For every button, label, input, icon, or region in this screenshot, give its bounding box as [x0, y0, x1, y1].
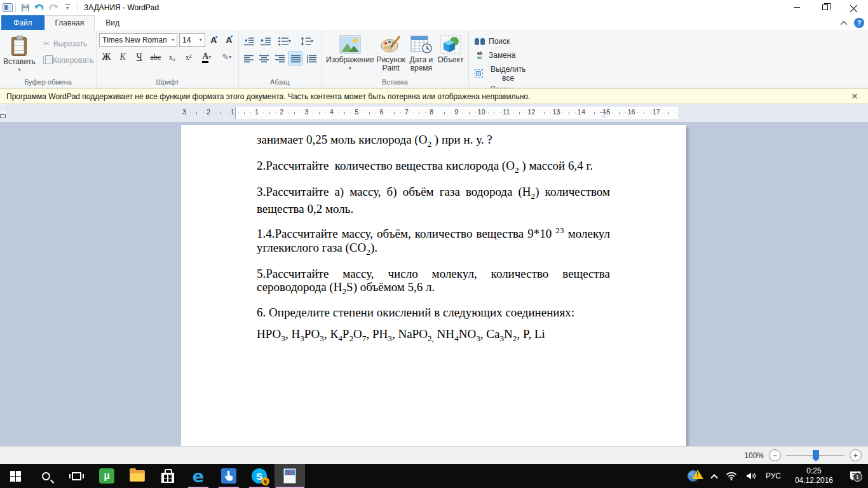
taskbar-search-button[interactable]	[31, 464, 61, 488]
ruler-tick	[663, 112, 663, 113]
replace-button[interactable]: abac Замена	[471, 50, 533, 61]
italic-button[interactable]: К	[116, 50, 130, 64]
find-button[interactable]: Поиск	[471, 36, 533, 47]
subscript-button[interactable]: x₂	[165, 50, 179, 64]
close-button[interactable]	[839, 0, 868, 15]
close-icon	[850, 4, 857, 11]
bold-button[interactable]: Ж	[99, 50, 114, 64]
ruler-number: 6	[379, 108, 383, 116]
calendar-clock-icon	[410, 35, 432, 54]
ruler-tick	[463, 112, 463, 113]
task-view-button[interactable]	[61, 464, 92, 488]
decrease-indent-button[interactable]	[241, 34, 257, 48]
align-center-button[interactable]	[257, 51, 272, 65]
paragraph: 5.Рассчитайте массу, число молекул, коли…	[257, 267, 610, 298]
window-title: ЗАДАНИЯ - WordPad	[84, 3, 159, 12]
insert-object-button[interactable]: Объект	[437, 32, 465, 77]
customize-quick-access-button[interactable]: ▾	[60, 1, 74, 14]
copy-button[interactable]: Копировать	[40, 54, 97, 67]
network-button[interactable]	[721, 464, 742, 488]
start-button[interactable]	[0, 464, 31, 488]
font-family-select[interactable]: Times New Roman ▾	[99, 33, 177, 47]
select-all-label: Выделить все	[487, 65, 530, 83]
warning-text: Программа WordPad поддерживает не все фу…	[6, 92, 848, 101]
insert-paint-drawing-button[interactable]: Рисунок Paint	[376, 32, 406, 77]
tray-update-warning-button[interactable]	[683, 464, 707, 488]
tab-home[interactable]: Главная	[44, 15, 95, 30]
select-all-button[interactable]: Выделить все	[471, 64, 533, 84]
ruler-tick	[644, 112, 644, 114]
shrink-font-button[interactable]: A▼	[222, 33, 236, 47]
taskbar-edge-button[interactable]: e	[183, 464, 214, 488]
language-indicator[interactable]: РУС	[761, 464, 785, 488]
justify-button[interactable]	[288, 51, 303, 65]
zoom-slider-thumb[interactable]	[813, 450, 819, 459]
minimize-button[interactable]	[782, 0, 811, 15]
text-highlight-button[interactable]: ✎ ▾	[217, 50, 236, 64]
align-center-icon	[259, 55, 269, 63]
font-color-button[interactable]: А ▾	[198, 50, 216, 64]
superscript-button[interactable]: x²	[181, 50, 196, 64]
taskbar-utorrent-button[interactable]: µ	[92, 464, 122, 488]
replace-label: Замена	[489, 51, 515, 60]
zoom-out-button[interactable]: −	[769, 449, 781, 461]
ruler: 321 1234567891011121314151617	[0, 104, 868, 122]
tab-file[interactable]: Файл	[1, 15, 44, 30]
taskbar-touch-app-button[interactable]	[214, 464, 244, 488]
cut-button[interactable]: ✂ Вырезать	[40, 37, 97, 50]
zoom-in-button[interactable]: +	[850, 449, 862, 461]
ruler-tick	[325, 112, 326, 113]
increase-indent-button[interactable]	[258, 34, 273, 48]
show-hidden-icons-button[interactable]	[707, 464, 721, 488]
ribbon: Вставить ▾ ✂ Вырезать Копировать Буфер о…	[0, 30, 868, 88]
warning-close-button[interactable]: ✕	[848, 92, 862, 101]
font-size-select[interactable]: 14 ▾	[179, 33, 205, 47]
zoom-level: 100%	[744, 451, 764, 460]
grow-font-button[interactable]: A▲	[207, 33, 220, 47]
paragraph-settings-button[interactable]	[304, 51, 318, 65]
chevron-down-icon: ▾	[311, 39, 313, 44]
volume-button[interactable]	[742, 464, 761, 488]
document-page[interactable]: занимает 0,25 моль кислорода (О2 ) при н…	[181, 125, 686, 446]
collapse-ribbon-button[interactable]	[843, 20, 848, 25]
indent-marker[interactable]	[0, 104, 7, 119]
undo-button[interactable]	[32, 1, 46, 14]
highlighter-icon: ✎	[222, 52, 229, 62]
document-text[interactable]: занимает 0,25 моль кислорода (О2 ) при н…	[181, 125, 686, 345]
underline-button[interactable]: Ч	[132, 50, 147, 64]
align-right-button[interactable]	[273, 51, 287, 65]
action-center-button[interactable]: 1	[843, 464, 868, 488]
tab-view[interactable]: Вид	[95, 15, 130, 30]
save-button[interactable]	[18, 1, 32, 14]
ruler-tick	[588, 112, 588, 113]
wordpad-icon	[283, 468, 296, 484]
insert-image-button[interactable]: Изображение ▾	[325, 32, 375, 77]
paste-button[interactable]: Вставить ▾	[3, 32, 36, 77]
strikethrough-button[interactable]: abc	[148, 50, 163, 64]
line-spacing-button[interactable]: ▾	[296, 34, 318, 48]
find-label: Поиск	[489, 37, 510, 46]
group-insert: Изображение ▾ Рисунок Paint Дата и время…	[322, 30, 469, 88]
bullets-button[interactable]: ▾	[275, 34, 295, 48]
wordpad-app-icon[interactable]	[3, 3, 13, 12]
insert-datetime-button[interactable]: Дата и время	[407, 32, 435, 77]
ruler-tick	[613, 112, 613, 113]
ruler-tick	[400, 112, 401, 113]
object-cube-icon	[440, 35, 461, 54]
ruler-tick	[438, 112, 438, 113]
font-size-value: 14	[182, 36, 191, 44]
redo-button[interactable]	[46, 1, 60, 14]
ruler-tick	[344, 112, 345, 114]
taskbar-skype-button[interactable]: S 6	[244, 464, 275, 488]
clock[interactable]: 0:2504.12.2016	[785, 464, 843, 488]
taskbar-wordpad-button[interactable]	[275, 464, 305, 488]
taskbar-file-explorer-button[interactable]	[122, 464, 153, 488]
align-left-button[interactable]	[241, 51, 256, 65]
arrow-down-icon: ▼	[229, 34, 234, 39]
taskbar-store-button[interactable]	[153, 464, 183, 488]
restore-button[interactable]	[811, 0, 839, 15]
divider	[77, 3, 78, 12]
zoom-slider[interactable]	[786, 449, 844, 461]
right-indent-marker[interactable]	[600, 112, 607, 118]
help-button[interactable]: ?	[854, 18, 864, 28]
